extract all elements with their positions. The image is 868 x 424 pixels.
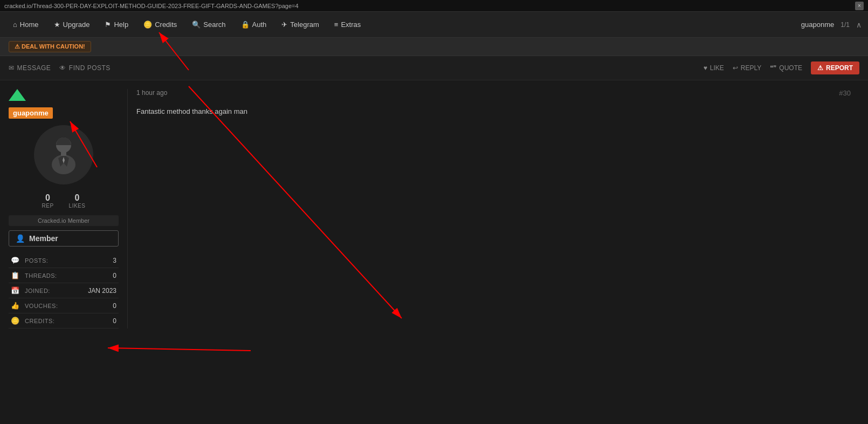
nav-search[interactable]: 🔍 Search: [185, 17, 232, 32]
search-icon: 🔍: [192, 20, 201, 29]
joined-row: 📅 JOINED: JAN 2023: [9, 283, 119, 298]
post-number: #30: [839, 89, 851, 97]
main-content: guaponme 0 REP: [0, 80, 868, 337]
nav-search-label: Search: [203, 20, 225, 29]
home-icon: ⌂: [13, 20, 17, 29]
vouches-value: 0: [100, 302, 116, 310]
report-icon: ⚠: [817, 64, 823, 72]
threads-icon: 📋: [11, 271, 20, 279]
posts-row: 💬 POSTS: 3: [9, 253, 119, 268]
posts-label: POSTS:: [25, 257, 96, 264]
user-stats-table: 💬 POSTS: 3 📋 THREADS: 0 📅 JOINED: JAN 20…: [9, 253, 119, 329]
nav-home-label: Home: [20, 20, 39, 29]
threads-label: THREADS:: [25, 272, 96, 279]
reply-button[interactable]: ↩ REPLY: [733, 64, 761, 72]
username-badge[interactable]: guaponme: [9, 107, 53, 119]
post-area: #30 1 hour ago Fantastic method thanks a…: [127, 89, 859, 329]
post-time: 1 hour ago: [136, 89, 167, 97]
action-bar: ✉ MESSAGE 👁 FIND POSTS ♥ LIKE ↩ REPLY ❝❞…: [0, 56, 868, 80]
quote-button[interactable]: ❝❞ QUOTE: [770, 64, 802, 72]
credits-row: 🪙 CREDITS: 0: [9, 313, 119, 329]
post-content: Fantastic method thanks again man: [136, 102, 859, 121]
svg-rect-5: [61, 152, 66, 156]
nav-extras-label: Extras: [341, 20, 361, 29]
nav-telegram[interactable]: ✈ Telegram: [275, 17, 325, 32]
credits-row-icon: 🪙: [11, 317, 20, 325]
joined-icon: 📅: [11, 286, 20, 295]
likes-label: LIKES: [69, 203, 86, 209]
message-button[interactable]: ✉ MESSAGE: [9, 64, 51, 72]
action-bar-right: ♥ LIKE ↩ REPLY ❝❞ QUOTE ⚠ REPORT: [704, 61, 859, 74]
report-button[interactable]: ⚠ REPORT: [811, 61, 859, 74]
url-bar: cracked.io/Thread-300-PER-DAY-EXPLOIT-ME…: [4, 3, 855, 9]
find-posts-icon: 👁: [59, 64, 66, 72]
report-label: REPORT: [826, 64, 853, 72]
vouches-row: 👍 VOUCHES: 0: [9, 298, 119, 313]
member-type: Cracked.io Member: [9, 215, 119, 226]
member-badge-label: Member: [29, 234, 58, 243]
extras-icon: ≡: [334, 20, 339, 29]
quote-label: QUOTE: [779, 64, 802, 72]
like-icon: ♥: [704, 64, 707, 72]
credits-label: CREDITS:: [25, 318, 96, 324]
close-button[interactable]: ×: [855, 2, 864, 10]
quote-icon: ❝❞: [770, 64, 776, 72]
joined-value: JAN 2023: [88, 287, 116, 295]
nav-right: guaponme 1/1 ∧: [801, 20, 862, 29]
reply-label: REPLY: [741, 64, 761, 72]
navbar: ⌂ Home ★ Upgrade ⚑ Help 🪙 Credits 🔍 Sear…: [0, 12, 868, 38]
threads-row: 📋 THREADS: 0: [9, 268, 119, 283]
triangle-marker: [9, 89, 26, 101]
nav-credits[interactable]: 🪙 Credits: [137, 17, 183, 32]
nav-home[interactable]: ⌂ Home: [6, 17, 45, 32]
nav-arrow[interactable]: ∧: [856, 20, 862, 29]
telegram-icon: ✈: [281, 20, 287, 29]
nav-pages: 1/1: [841, 21, 850, 29]
nav-help-label: Help: [114, 20, 128, 29]
posts-value: 3: [100, 257, 116, 264]
credits-value: 0: [100, 317, 116, 325]
vouches-icon: 👍: [11, 302, 20, 310]
nav-auth[interactable]: 🔒 Auth: [235, 17, 273, 32]
nav-credits-label: Credits: [155, 20, 177, 29]
rep-stat: 0 REP: [42, 193, 54, 209]
nav-help[interactable]: ⚑ Help: [98, 17, 135, 32]
caution-bar: ⚠ DEAL WITH CAUTION!: [0, 38, 868, 56]
caution-badge: ⚠ DEAL WITH CAUTION!: [9, 41, 91, 52]
rep-label: REP: [42, 203, 54, 209]
avatar-svg: [42, 133, 85, 176]
title-bar: cracked.io/Thread-300-PER-DAY-EXPLOIT-ME…: [0, 0, 868, 12]
avatar: [34, 125, 93, 184]
help-icon: ⚑: [105, 20, 111, 29]
posts-icon: 💬: [11, 256, 20, 264]
svg-line-10: [108, 348, 251, 351]
reply-icon: ↩: [733, 64, 738, 72]
find-posts-button[interactable]: 👁 FIND POSTS: [59, 64, 111, 72]
user-stats-row: 0 REP 0 LIKES: [42, 193, 86, 209]
message-label: MESSAGE: [17, 64, 51, 72]
find-posts-label: FIND POSTS: [69, 64, 111, 72]
auth-icon: 🔒: [241, 20, 250, 29]
joined-label: JOINED:: [25, 288, 84, 294]
member-badge: 👤 Member: [9, 230, 119, 247]
nav-upgrade[interactable]: ★ Upgrade: [47, 17, 97, 32]
nav-auth-label: Auth: [252, 20, 267, 29]
vouches-label: VOUCHES:: [25, 303, 96, 309]
like-label: LIKE: [710, 64, 724, 72]
likes-value: 0: [75, 193, 80, 203]
message-icon: ✉: [9, 64, 15, 72]
rep-value: 0: [45, 193, 50, 203]
like-button[interactable]: ♥ LIKE: [704, 64, 724, 72]
likes-stat: 0 LIKES: [69, 193, 86, 209]
upgrade-icon: ★: [54, 20, 60, 29]
nav-upgrade-label: Upgrade: [63, 20, 90, 29]
nav-telegram-label: Telegram: [290, 20, 319, 29]
threads-value: 0: [100, 272, 116, 279]
user-panel: guaponme 0 REP: [9, 89, 127, 329]
nav-extras[interactable]: ≡ Extras: [328, 17, 367, 32]
credits-icon: 🪙: [143, 20, 152, 29]
member-badge-icon: 👤: [16, 234, 25, 243]
post-header: 1 hour ago: [136, 89, 859, 97]
nav-username: guaponme: [801, 20, 834, 29]
